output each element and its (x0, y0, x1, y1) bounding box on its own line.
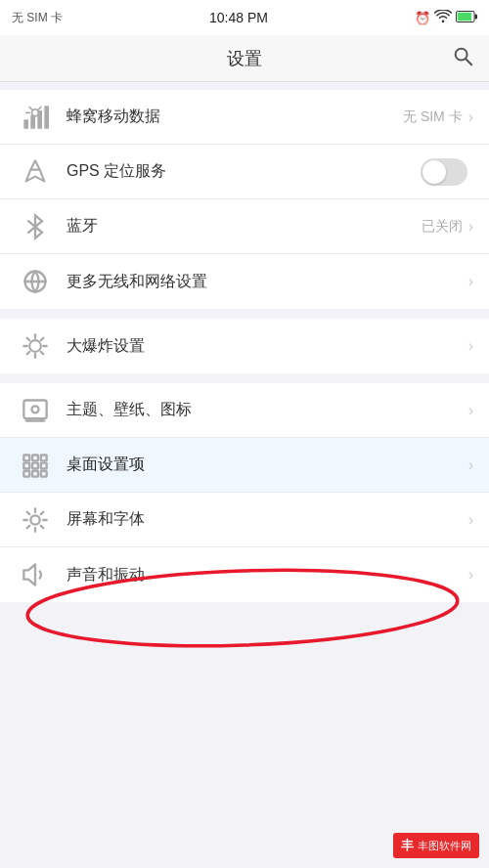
more-network-icon (16, 262, 55, 301)
cellular-label: 蜂窝移动数据 (67, 107, 403, 127)
bluetooth-arrow: › (468, 218, 473, 236)
desktop-icon (16, 446, 55, 485)
theme-item[interactable]: 主题、壁纸、图标 › (0, 383, 489, 438)
svg-line-39 (41, 511, 44, 514)
svg-line-16 (27, 338, 30, 341)
bluetooth-item[interactable]: 蓝牙 已关闭 › (0, 199, 489, 254)
svg-rect-27 (41, 462, 47, 468)
svg-rect-26 (32, 462, 38, 468)
explosion-arrow: › (468, 337, 473, 355)
alarm-icon: ⏰ (415, 11, 430, 25)
svg-line-36 (27, 511, 30, 514)
svg-point-21 (32, 406, 39, 412)
watermark-logo: 丰 (401, 837, 414, 854)
svg-line-38 (27, 525, 30, 528)
theme-arrow: › (468, 402, 473, 419)
sound-label: 声音和振动 (67, 565, 468, 586)
svg-line-4 (466, 59, 471, 65)
sound-icon (16, 555, 55, 594)
sound-arrow: › (468, 566, 473, 584)
svg-line-18 (27, 352, 30, 355)
desktop-arrow: › (468, 456, 473, 474)
screen-item[interactable]: 屏幕和字体 › (0, 493, 489, 547)
status-time: 10:48 PM (209, 10, 268, 25)
gps-item[interactable]: GPS 定位服务 (0, 145, 489, 199)
more-network-label: 更多无线和网络设置 (67, 272, 468, 292)
status-carrier: 无 SIM 卡 (12, 10, 63, 26)
watermark-text: 丰图软件网 (418, 839, 471, 853)
screen-icon (16, 500, 55, 540)
svg-rect-5 (23, 119, 28, 128)
gps-toggle[interactable] (421, 158, 467, 186)
display-section: 主题、壁纸、图标 › 桌面设置项 › (0, 383, 489, 602)
content: 蜂窝移动数据 无 SIM 卡 › GPS 定位服务 蓝牙 (0, 82, 489, 868)
svg-rect-29 (32, 470, 38, 476)
wifi-icon (434, 10, 452, 26)
svg-line-17 (41, 352, 44, 355)
explosion-label: 大爆炸设置 (67, 336, 468, 357)
more-network-arrow: › (468, 273, 473, 290)
screen-label: 屏幕和字体 (67, 509, 468, 530)
status-bar: 无 SIM 卡 10:48 PM ⏰ (0, 0, 489, 35)
svg-rect-30 (41, 470, 47, 476)
network-section: 蜂窝移动数据 无 SIM 卡 › GPS 定位服务 蓝牙 (0, 90, 489, 309)
bluetooth-icon (16, 207, 55, 246)
gps-icon (16, 152, 55, 192)
svg-point-31 (30, 515, 39, 524)
status-icons: ⏰ (415, 10, 477, 26)
desktop-label: 桌面设置项 (67, 455, 468, 475)
theme-label: 主题、壁纸、图标 (67, 400, 468, 420)
explosion-section: 大爆炸设置 › (0, 319, 489, 373)
explosion-icon (16, 326, 55, 366)
svg-rect-24 (41, 455, 47, 460)
nav-title: 设置 (227, 47, 262, 70)
cellular-icon (16, 98, 55, 137)
more-network-item[interactable]: 更多无线和网络设置 › (0, 254, 489, 309)
theme-icon (16, 391, 55, 430)
svg-rect-22 (23, 455, 29, 460)
bluetooth-label: 蓝牙 (67, 216, 422, 237)
cellular-value: 无 SIM 卡 (403, 108, 463, 126)
watermark: 丰 丰图软件网 (393, 833, 479, 858)
battery-icon (456, 10, 477, 26)
svg-rect-1 (458, 12, 471, 20)
svg-rect-25 (23, 462, 29, 468)
gps-label: GPS 定位服务 (67, 161, 421, 182)
nav-bar: 设置 (0, 35, 489, 82)
bluetooth-value: 已关闭 (422, 218, 463, 236)
cellular-arrow: › (468, 108, 473, 126)
svg-rect-20 (23, 400, 46, 418)
svg-line-37 (41, 525, 44, 528)
svg-rect-2 (474, 14, 477, 19)
sound-item[interactable]: 声音和振动 › (0, 547, 489, 602)
desktop-item[interactable]: 桌面设置项 › (0, 438, 489, 493)
svg-line-19 (41, 338, 44, 341)
cellular-item[interactable]: 蜂窝移动数据 无 SIM 卡 › (0, 90, 489, 145)
search-button[interactable] (452, 45, 473, 71)
svg-rect-23 (32, 455, 38, 460)
svg-point-11 (29, 340, 41, 352)
svg-rect-8 (44, 106, 49, 128)
screen-arrow: › (468, 511, 473, 529)
svg-rect-6 (30, 114, 35, 128)
explosion-item[interactable]: 大爆炸设置 › (0, 319, 489, 373)
svg-rect-28 (23, 470, 29, 476)
